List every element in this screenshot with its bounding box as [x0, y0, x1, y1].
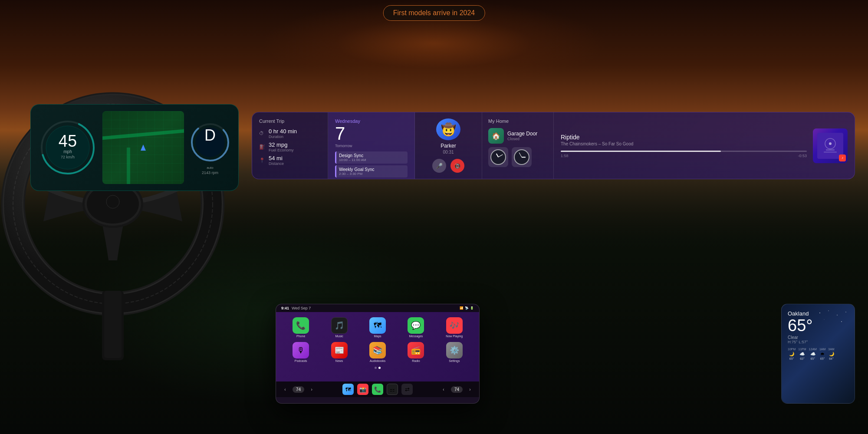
news-label: News	[335, 359, 343, 362]
home-panel: My Home 🏠 Garage Door Closed	[482, 112, 554, 179]
music-album-art: ♪	[813, 128, 848, 163]
trip-fuel-row: ⛽ 32 mpg Fuel Economy	[259, 141, 321, 152]
nav-arrow	[141, 145, 146, 151]
maps-icon: 🗺	[369, 317, 386, 334]
podcasts-label: Podcasts	[295, 359, 307, 362]
hour-1-time: 10PM	[788, 348, 796, 351]
music-app-badge: ♪	[839, 155, 846, 161]
maps-label: Maps	[374, 335, 381, 338]
app-settings[interactable]: ⚙️ Settings	[437, 342, 472, 362]
dock-phone-icon[interactable]: 📞	[372, 384, 383, 395]
cal-event-2-time: 2:30 – 3:30 PM	[339, 172, 405, 176]
infotainment-bar: Current Trip ⏱ 0 hr 40 min Duration ⛽ 32…	[252, 112, 855, 179]
dock-temp: 74	[293, 386, 304, 393]
audiobooks-icon: 📚	[369, 342, 386, 358]
arrival-badge: First models arrive in 2024	[383, 5, 485, 21]
distance-icon: 📍	[259, 158, 265, 164]
messages-icon: 💬	[408, 317, 424, 334]
cal-tomorrow: Tomorrow	[335, 144, 408, 148]
rpm-value: 2143 rpm	[202, 171, 218, 175]
trip-distance-label: Distance	[269, 161, 321, 166]
now-playing-icon: 🎶	[446, 317, 463, 334]
dock-temp-value: 74	[296, 387, 301, 392]
music-label: Music	[335, 335, 343, 338]
status-bar: 9:41 Wed Sep 7 📶 📡 🔋	[276, 304, 479, 312]
weather-low: L:57°	[799, 340, 808, 344]
forward-right-button[interactable]: ›	[466, 385, 474, 393]
settings-icon: ⚙️	[446, 342, 463, 358]
app-phone[interactable]: 📞 Phone	[283, 317, 319, 338]
dock-grid-icon[interactable]: ⚏	[387, 384, 398, 395]
forward-button[interactable]: ›	[308, 385, 316, 393]
radio-label: Radio	[412, 359, 420, 362]
nav-map	[102, 111, 184, 184]
hour-1-icon: 🌙	[789, 352, 794, 356]
music-progress: 1:58 -0:53	[561, 151, 807, 158]
app-maps[interactable]: 🗺 Maps	[360, 317, 395, 338]
hour-3-time: 12AM	[809, 348, 817, 351]
cal-event-2-title: Weekly Goal Sync	[339, 167, 405, 172]
hour-2-icon: ☁️	[799, 352, 805, 356]
home-garage-item: 🏠 Garage Door Closed	[488, 128, 547, 144]
app-music[interactable]: 🎵 Music	[321, 317, 357, 338]
page-dots	[279, 365, 476, 371]
garage-status: Closed	[507, 137, 537, 141]
cal-day-num: 7	[335, 124, 408, 144]
dock-swap-icon[interactable]: ⇄	[401, 384, 413, 395]
music-panel: Riptide The Chainsmokers – So Far So Goo…	[554, 112, 855, 179]
gear-label: auto	[207, 166, 214, 170]
progress-times: 1:58 -0:53	[561, 154, 807, 158]
mute-button[interactable]: 🎤	[432, 159, 446, 173]
time-remaining: -0:53	[798, 154, 807, 158]
weather-description: Clear	[788, 335, 848, 340]
phone-icon: 📞	[293, 317, 309, 334]
clock-minute-hand-2	[519, 152, 522, 157]
status-icons: 📶 📡 🔋	[460, 306, 474, 310]
contact-avatar: 🤠	[436, 118, 460, 140]
app-radio[interactable]: 📻 Radio	[398, 342, 434, 362]
end-call-button[interactable]: 📵	[450, 159, 464, 173]
call-duration: 00:31	[443, 150, 454, 155]
weather-hour-3: 12AM ☁️ 65°	[809, 348, 817, 360]
app-now-playing[interactable]: 🎶 Now Playing	[437, 317, 472, 338]
settings-label: Settings	[449, 359, 460, 362]
trip-duration-label: Duration	[269, 135, 321, 139]
now-playing-label: Now Playing	[446, 335, 463, 338]
dock-right: ‹ 74 ›	[440, 385, 474, 393]
garage-name: Garage Door	[507, 131, 537, 137]
dock-temp-right: 74	[451, 386, 463, 393]
hour-5-time: 3AM	[828, 348, 834, 351]
dock-temp-right-value: 74	[454, 387, 459, 392]
svg-point-11	[829, 142, 832, 145]
phone-home: 📞 Phone 🎵 Music 🗺 Maps 💬 Messages	[276, 312, 479, 381]
status-date: Wed Sep 7	[292, 306, 311, 310]
clock-minute-hand	[498, 155, 503, 158]
app-podcasts[interactable]: 🎙 Podcasts	[283, 342, 319, 362]
radio-icon: 📻	[408, 342, 424, 358]
garage-icon: 🏠	[488, 128, 504, 144]
weather-widget: Oakland 65° Clear H:75° L:57° 10PM 🌙 65°…	[781, 304, 855, 404]
trip-distance-row: 📍 54 mi Distance	[259, 155, 321, 166]
weather-hour-5: 3AM 🌙 64°	[828, 348, 834, 360]
back-right-button[interactable]: ‹	[440, 385, 447, 393]
speed-kmh: 72 km/h	[59, 155, 77, 159]
clock-face-2	[514, 149, 529, 165]
home-clocks	[488, 147, 547, 167]
dock-maps-icon[interactable]: 🗺	[342, 384, 354, 395]
calendar-panel: Wednesday 7 Tomorrow Design Sync 10:00 –…	[328, 112, 415, 179]
home-title: My Home	[488, 118, 547, 124]
app-audiobooks[interactable]: 📚 Audiobooks	[360, 342, 395, 362]
hour-5-icon: 🌙	[829, 352, 834, 356]
weather-high: H:75°	[788, 340, 798, 344]
app-messages[interactable]: 💬 Messages	[398, 317, 434, 338]
speedometer: 45 mph 72 km/h	[37, 117, 98, 178]
battery-icon: 🔋	[470, 306, 474, 310]
music-icon: 🎵	[331, 317, 348, 334]
signal-icon: 📡	[465, 306, 469, 310]
back-button[interactable]: ‹	[281, 385, 289, 393]
app-grid-row2: 🎙 Podcasts 📰 News 📚 Audiobooks 📻 Radio	[279, 340, 476, 364]
cal-event-1: Design Sync 10:00 – 11:00 AM	[335, 151, 408, 164]
clock-hour-hand-2	[522, 157, 526, 158]
app-news[interactable]: 📰 News	[321, 342, 357, 362]
dock-music-icon[interactable]: 📸	[357, 384, 368, 395]
